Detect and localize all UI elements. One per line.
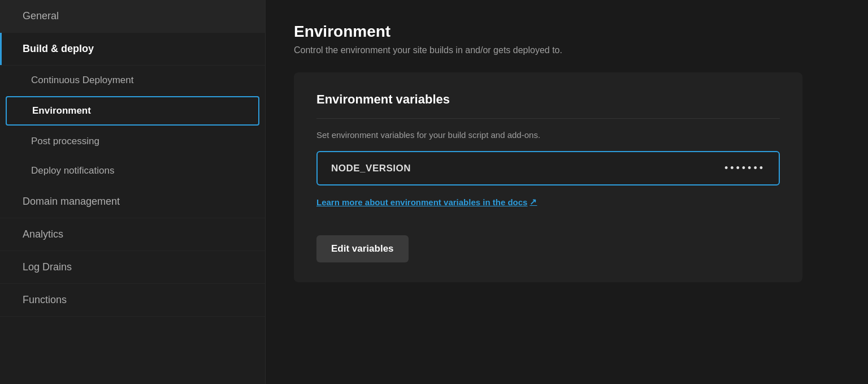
card-description: Set environment variables for your build… — [316, 130, 780, 140]
sidebar-item-log-drains-label: Log Drains — [23, 261, 72, 273]
main-content: Environment Control the environment your… — [266, 0, 868, 384]
sidebar-item-functions-label: Functions — [23, 294, 67, 306]
sidebar-item-log-drains[interactable]: Log Drains — [0, 251, 265, 284]
sidebar-item-analytics-label: Analytics — [23, 228, 63, 240]
edit-variables-button[interactable]: Edit variables — [316, 235, 409, 262]
env-var-key: NODE_VERSION — [331, 163, 411, 174]
sidebar-subitem-deploy-notifications-label: Deploy notifications — [31, 165, 114, 176]
sidebar-item-general[interactable]: General — [0, 0, 265, 33]
sidebar-item-analytics[interactable]: Analytics — [0, 218, 265, 251]
sidebar-subitem-continuous-deployment-label: Continuous Deployment — [31, 75, 133, 86]
sidebar-subitem-deploy-notifications[interactable]: Deploy notifications — [0, 156, 265, 185]
page-title: Environment — [294, 23, 840, 41]
sidebar-subitem-environment-label: Environment — [32, 105, 91, 117]
sidebar-item-domain-management-label: Domain management — [23, 196, 120, 208]
external-link-icon: ↗ — [530, 197, 537, 207]
sidebar-subitem-post-processing[interactable]: Post processing — [0, 127, 265, 156]
page-subtitle: Control the environment your site builds… — [294, 45, 840, 55]
sidebar-item-build-deploy[interactable]: Build & deploy — [0, 33, 265, 66]
sidebar-subitem-post-processing-label: Post processing — [31, 136, 99, 147]
card-divider — [316, 118, 780, 119]
docs-link-text: Learn more about environment variables i… — [316, 197, 527, 207]
sidebar-subitem-environment[interactable]: Environment — [6, 96, 259, 126]
env-var-row: NODE_VERSION ••••••• — [316, 151, 780, 185]
card-title: Environment variables — [316, 92, 780, 107]
docs-link[interactable]: Learn more about environment variables i… — [316, 197, 537, 207]
sidebar-item-build-deploy-label: Build & deploy — [23, 43, 94, 55]
sidebar-subitem-continuous-deployment[interactable]: Continuous Deployment — [0, 66, 265, 95]
sidebar: General Build & deploy Continuous Deploy… — [0, 0, 266, 384]
sidebar-item-domain-management[interactable]: Domain management — [0, 185, 265, 218]
docs-link-container: Learn more about environment variables i… — [316, 197, 780, 221]
env-var-value: ••••••• — [724, 162, 765, 174]
environment-variables-card: Environment variables Set environment va… — [294, 72, 802, 282]
sidebar-item-general-label: General — [23, 10, 59, 22]
sidebar-item-functions[interactable]: Functions — [0, 284, 265, 317]
